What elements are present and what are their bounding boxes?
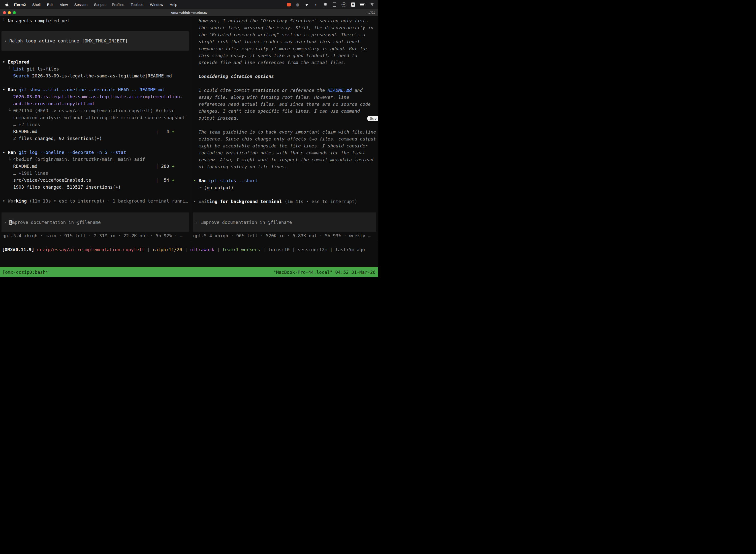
terminal-line: essay file, along with finding root file…	[193, 94, 378, 101]
terminal-line: • Ran git status --short	[193, 177, 378, 184]
battery-icon[interactable]	[360, 2, 365, 7]
apple-menu-icon[interactable]	[5, 2, 8, 7]
traffic-lights	[3, 11, 16, 14]
agents-status-lines: └ No agents completed yet	[2, 17, 191, 24]
menu-item-profiles[interactable]: Profiles	[112, 2, 124, 7]
terminal-line: 2 files changed, 92 insertions(+)	[2, 135, 191, 142]
terminal-line: companion file, especially if more comme…	[193, 45, 378, 52]
terminal-line: … +2 lines	[2, 121, 191, 128]
terminal-transcript-right: However, I noticed the "Directory Struct…	[193, 17, 378, 205]
phone-mirroring-icon[interactable]	[332, 2, 337, 7]
omx-status-bar: [OMX#0.11.9] cczip/essay/ai-reimplementa…	[0, 242, 378, 267]
minimize-button[interactable]	[8, 11, 11, 14]
terminal-line: README.md | 4 +	[2, 128, 191, 135]
session-status-right: gpt-5.4 xhigh · 96% left · 520K in · 5.8…	[193, 232, 378, 239]
terminal-line: I could cite commit statistics or refere…	[193, 87, 378, 94]
close-button[interactable]	[3, 11, 6, 14]
ralph-loop-banner: › Ralph loop active continue [OMX_TMUX_I…	[1, 31, 189, 51]
terminal-line: provide file and line references from th…	[193, 59, 378, 66]
terminal-line: of focusing solely on file lines.	[193, 163, 378, 170]
menu-item-session[interactable]: Session	[74, 2, 87, 7]
terminal-line: • Explored	[2, 59, 191, 65]
menu-item-iterm2[interactable]: iTerm2	[14, 2, 26, 7]
composer-input-left[interactable]: › Improve documentation in @filename	[1, 213, 189, 232]
terminal-line: 1903 files changed, 513517 insertions(+)	[2, 184, 191, 190]
terminal-line: └ 4b9d30f (origin/main, instructkr/main,…	[2, 156, 191, 163]
right-terminal-pane[interactable]: However, I noticed the "Directory Struct…	[191, 16, 378, 242]
terminal-line: references need actual files, and since …	[193, 101, 378, 108]
terminal-line: └ 067f154 (HEAD -> essay/ai-reimplementa…	[2, 107, 191, 114]
terminal-area: └ No agents completed yet › Ralph loop a…	[0, 16, 378, 242]
terminal-line: output instead.	[193, 115, 378, 122]
session-status-left: gpt-5.4 xhigh · main · 91% left · 2.31M …	[2, 232, 191, 239]
terminal-line	[2, 79, 191, 87]
keyboard-layout-icon[interactable]: A	[351, 2, 356, 7]
terminal-line: the "Related research writing" section i…	[193, 31, 378, 38]
terminal-line: src/voice/voiceModeEnabled.ts | 54 +	[2, 177, 191, 184]
terminal-line: • Working (11m 13s • esc to interrupt) ·…	[2, 198, 191, 205]
tmux-status-bar: [omx-cczip0:bash* "MacBook-Pro-44.local"…	[0, 267, 378, 277]
location-arrow-icon[interactable]	[305, 2, 310, 7]
terminal-line: However, I noticed the "Directory Struct…	[193, 17, 378, 24]
tmux-session-label: [omx-cczip0:bash*	[2, 270, 48, 275]
screen: { "menu_bar": { "items": ["iTerm2","Shel…	[0, 0, 378, 277]
window-title-bar: omx --xhigh --madmax ⌥⌘1	[0, 9, 378, 16]
terminal-line	[193, 170, 378, 177]
circle-grid-icon[interactable]: ◍	[296, 2, 300, 7]
terminal-line	[193, 191, 378, 198]
terminal-line: evidence. Since this change only affects…	[193, 135, 378, 143]
left-terminal-pane[interactable]: └ No agents completed yet › Ralph loop a…	[0, 16, 191, 242]
menu-item-toolbelt[interactable]: Toolbelt	[131, 2, 144, 7]
screen-share-pill[interactable]: Scre	[367, 116, 378, 121]
terminal-line: including verification notes with those …	[193, 150, 378, 156]
terminal-line: Considering citation options	[193, 73, 378, 80]
terminal-line: 2026-03-09-is-legal-the-same-as-legitima…	[2, 93, 191, 100]
menu-bar: iTerm2 Shell Edit View Session Scripts P…	[0, 0, 378, 9]
screen-recording-indicator-icon[interactable]	[286, 2, 291, 7]
terminal-line	[193, 66, 378, 73]
terminal-line	[2, 142, 191, 149]
terminal-line: › Ralph loop active continue [OMX_TMUX_I…	[4, 38, 128, 44]
terminal-line: companion analysis without altering the …	[2, 114, 191, 121]
battery-percent-indicator[interactable]: 61	[341, 2, 346, 7]
terminal-line: changes, I can't cite specific file line…	[193, 108, 378, 115]
terminal-line: … +1901 lines	[2, 170, 191, 177]
terminal-line: └ (no output)	[193, 184, 378, 191]
menu-item-shell[interactable]: Shell	[32, 2, 41, 7]
terminal-line: [OMX#0.11.9] cczip/essay/ai-reimplementa…	[2, 246, 378, 253]
terminal-line: └ List git ls-files	[2, 65, 191, 72]
terminal-line: • Waiting for background terminal (1m 41…	[193, 198, 378, 205]
terminal-line: • Ran git log --oneline --decorate -n 5 …	[2, 149, 191, 156]
terminal-line: review. Also, I might want to inspect th…	[193, 156, 378, 163]
terminal-line: the source tree, missing the essay. Stil…	[193, 24, 378, 31]
composer-input-right[interactable]: › Improve documentation in @filename	[193, 213, 376, 232]
terminal-line: might be acceptable alongside the file l…	[193, 143, 378, 150]
menu-item-view[interactable]: View	[60, 2, 68, 7]
app-grid-icon[interactable]	[323, 2, 328, 7]
menu-item-scripts[interactable]: Scripts	[94, 2, 106, 7]
terminal-line: The team guideline is to back every impo…	[193, 128, 378, 135]
terminal-line: this single essay, it seems like a good …	[193, 52, 378, 59]
zoom-button[interactable]	[13, 11, 16, 14]
wifi-icon[interactable]	[370, 2, 375, 7]
menu-item-help[interactable]: Help	[170, 2, 177, 7]
half-circle-icon[interactable]: ◐	[314, 2, 319, 7]
terminal-line: › Improve documentation in @filename	[195, 219, 292, 226]
menu-item-window[interactable]: Window	[150, 2, 163, 7]
menu-items: iTerm2 Shell Edit View Session Scripts P…	[14, 2, 177, 7]
terminal-line: • Ran git show --stat --oneline --decora…	[2, 87, 191, 93]
terminal-line	[2, 190, 191, 198]
tmux-host-clock-label: "MacBook-Pro-44.local" 04:52 31-Mar-26	[273, 270, 376, 275]
terminal-line: › Improve documentation in @filename	[4, 219, 101, 226]
terminal-line	[193, 80, 378, 87]
terminal-line: └ No agents completed yet	[2, 17, 191, 24]
terminal-line: Search 2026-03-09-is-legal-the-same-as-l…	[2, 72, 191, 79]
window-title: omx --xhigh --madmax	[0, 11, 378, 14]
terminal-line: and-the-erosion-of-copyleft.md	[2, 100, 191, 107]
terminal-line: slight risk that future readers may over…	[193, 38, 378, 45]
menu-bar-extras: ◍ ◐ 61 A	[286, 2, 375, 7]
terminal-line: README.md | 280 +	[2, 163, 191, 170]
window-shortcut-indicator: ⌥⌘1	[366, 11, 375, 14]
terminal-transcript-left: • Explored └ List git ls-files Search 20…	[2, 59, 191, 205]
menu-item-edit[interactable]: Edit	[47, 2, 53, 7]
